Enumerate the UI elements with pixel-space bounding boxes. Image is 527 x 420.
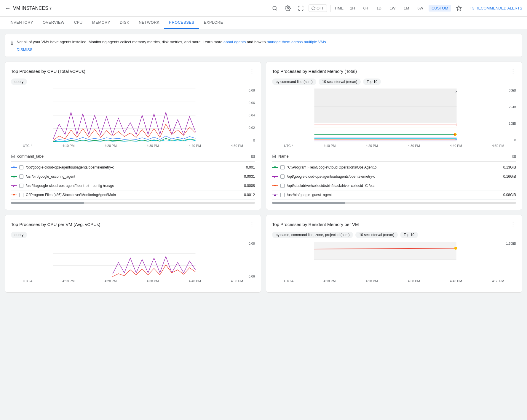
row-checkbox[interactable]	[19, 184, 23, 188]
row-checkbox[interactable]	[19, 193, 23, 197]
table-row: /opt/google-cloud-ops-agent/subagents/op…	[272, 172, 516, 181]
chart-title: Top Processes by Resident Memory per VM	[272, 222, 359, 227]
fullscreen-icon[interactable]	[296, 3, 306, 14]
x-label: 4:10 PM	[324, 279, 336, 283]
main-content: Top Processes by CPU (Total vCPUs) ⋮ que…	[0, 62, 527, 297]
line-marker-green	[11, 175, 17, 178]
row-marker	[11, 193, 17, 196]
settings-icon[interactable]	[282, 3, 293, 14]
filter-top10[interactable]: Top 10	[363, 78, 381, 85]
line-marker-teal	[272, 166, 278, 169]
chart-title: Top Processes by CPU (Total vCPUs)	[11, 69, 85, 74]
row-checkbox[interactable]	[19, 165, 23, 169]
filter-interval[interactable]: 10 sec interval (mean)	[319, 78, 361, 85]
row-checkbox[interactable]	[280, 193, 285, 197]
filter-query[interactable]: query	[11, 232, 27, 238]
y-label: 0	[245, 139, 255, 142]
title-dropdown-arrow[interactable]: ▾	[49, 6, 52, 11]
more-options-button[interactable]: ⋮	[249, 221, 255, 228]
about-agents-link[interactable]: about agents	[223, 40, 246, 44]
y-label: 0.04	[245, 113, 255, 117]
filter-by-command[interactable]: by command line (sum)	[272, 78, 316, 85]
filter-tags: by command line (sum) 10 sec interval (m…	[272, 78, 516, 85]
filter-by-name[interactable]: by name, command line, zone, project id …	[272, 232, 353, 238]
search-icon[interactable]	[269, 3, 280, 14]
table-header: ⊞ command_label ▦	[11, 151, 255, 162]
back-button[interactable]: ←	[5, 5, 11, 12]
scroll-track[interactable]	[11, 202, 255, 204]
more-options-button[interactable]: ⋮	[510, 68, 516, 75]
row-label: "C:\Program Files\Google\Cloud Operation…	[287, 165, 499, 169]
x-label: 4:30 PM	[147, 279, 159, 283]
svg-rect-12	[13, 176, 15, 177]
x-label: 4:20 PM	[105, 144, 117, 148]
line-marker-blue	[11, 166, 17, 169]
x-label: 4:10 PM	[324, 144, 336, 148]
time-6h[interactable]: 6H	[360, 5, 371, 12]
chart-cpu-total: Top Processes by CPU (Total vCPUs) ⋮ que…	[5, 62, 261, 210]
chart-wrapper: 0.08 0.06 0.04 0.02 0	[11, 89, 255, 143]
filter-query[interactable]: query	[11, 78, 27, 85]
tab-disk[interactable]: DISK	[115, 17, 134, 29]
row-checkbox[interactable]	[280, 174, 285, 179]
chart-header: Top Processes by CPU per VM (Avg. vCPUs)…	[11, 221, 255, 228]
row-marker	[272, 193, 278, 196]
more-options-button[interactable]: ⋮	[510, 221, 516, 228]
x-label: 4:50 PM	[492, 279, 504, 283]
time-6w[interactable]: 6W	[414, 5, 426, 12]
refresh-toggle[interactable]: OFF	[309, 4, 327, 12]
row-marker	[272, 166, 278, 169]
svg-text:×: ×	[455, 89, 458, 94]
more-options-button[interactable]: ⋮	[249, 68, 255, 75]
row-value: 0.08GiB	[501, 193, 516, 197]
filter-interval[interactable]: 10 sec interval (mean)	[355, 232, 398, 238]
alerts-button[interactable]: + 3 RECOMMENDED ALERTS	[469, 6, 522, 10]
x-axis: UTC-4 4:10 PM 4:20 PM 4:30 PM 4:40 PM 4:…	[272, 143, 516, 149]
tab-inventory[interactable]: INVENTORY	[5, 17, 38, 29]
table-header-left: ⊞ command_label	[11, 153, 44, 159]
scroll-track[interactable]	[272, 202, 516, 204]
chart-memory-per-vm: Top Processes by Resident Memory per VM …	[266, 215, 522, 293]
row-checkbox[interactable]	[280, 184, 285, 188]
x-label: 4:40 PM	[189, 144, 201, 148]
tab-explore[interactable]: EXPLORE	[199, 17, 228, 29]
row-label: /opt/stackdriver/collectd/sbin/stackdriv…	[287, 184, 499, 188]
row-label: /usr/lib/google-cloud-ops-agent/fluent-b…	[26, 184, 238, 188]
manage-vms-link[interactable]: manage them across multiple VMs	[267, 40, 326, 44]
table-header: ⊞ Name ▦	[272, 151, 516, 162]
table-row: /usr/bin/google_guest_agent 0.08GiB	[272, 190, 516, 200]
tab-network[interactable]: NETWORK	[134, 17, 164, 29]
svg-marker-3	[456, 6, 461, 10]
x-label: 4:50 PM	[231, 144, 243, 148]
tab-processes[interactable]: PROCESSES	[164, 17, 199, 29]
svg-point-10	[13, 166, 15, 168]
filter-top10[interactable]: Top 10	[400, 232, 418, 238]
cpu-per-vm-chart-svg	[11, 242, 244, 277]
tab-cpu[interactable]: CPU	[69, 17, 87, 29]
row-checkbox[interactable]	[280, 165, 285, 169]
tab-memory[interactable]: MEMORY	[87, 17, 115, 29]
info-icon: ℹ	[11, 40, 13, 46]
dismiss-button[interactable]: DISMISS	[17, 47, 327, 52]
line-marker-violet-up	[272, 193, 278, 196]
time-1m[interactable]: 1M	[401, 5, 412, 12]
time-1d[interactable]: 1D	[373, 5, 384, 12]
x-label: 4:10 PM	[63, 144, 75, 148]
chart-area	[11, 242, 244, 278]
column-toggle[interactable]: ▦	[512, 154, 516, 158]
column-toggle[interactable]: ▦	[251, 154, 255, 158]
chart-area	[272, 242, 504, 278]
y-label: 0.06	[245, 101, 255, 105]
tab-overview[interactable]: OVERVIEW	[38, 17, 69, 29]
time-custom[interactable]: CUSTOM	[429, 5, 451, 12]
chart-area: × ↓ ★ +	[272, 89, 505, 143]
time-1h[interactable]: 1H	[347, 5, 358, 12]
star-icon[interactable]	[453, 3, 464, 14]
x-label: 4:30 PM	[408, 279, 420, 283]
table-icon: ⊞	[11, 153, 15, 159]
header: ← VM INSTANCES ▾ OFF TIME 1H 6H 1D 1W 1M…	[0, 0, 527, 17]
time-1w[interactable]: 1W	[387, 5, 399, 12]
table-icon: ⊞	[272, 153, 276, 159]
row-checkbox[interactable]	[19, 174, 23, 179]
page-title: VM INSTANCES ▾	[13, 6, 52, 11]
